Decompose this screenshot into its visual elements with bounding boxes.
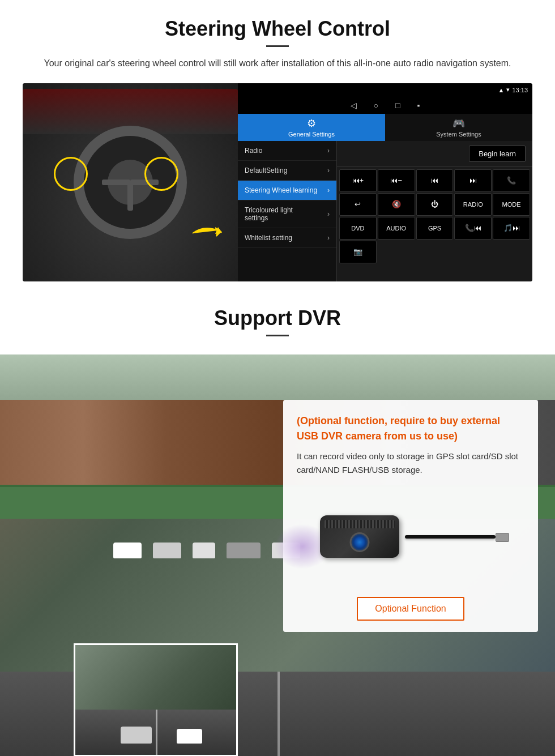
menu-tricoloured-label: Tricoloured lightsettings xyxy=(245,206,293,222)
signal-icon: ▲ xyxy=(498,87,505,93)
ctrl-btn-camera[interactable]: 📷 xyxy=(339,241,377,263)
title-divider xyxy=(266,45,289,47)
menu-item-radio[interactable]: Radio › xyxy=(238,141,336,161)
dvr-device-wrapper xyxy=(297,515,524,558)
dvr-background-image: (Optional function, require to buy exter… xyxy=(0,354,555,756)
wifi-icon: ▾ xyxy=(506,86,510,93)
ctrl-btn-vol-up[interactable]: ⏮+ xyxy=(339,169,377,192)
android-tabs: ⚙ General Settings 🎮 System Settings xyxy=(238,114,532,141)
car-1 xyxy=(113,543,142,558)
menu-whitelist-label: Whitelist setting xyxy=(245,234,292,242)
menu-radio-arrow: › xyxy=(327,147,330,155)
road-line-center xyxy=(278,672,280,756)
tab-general-label: General Settings xyxy=(288,131,335,138)
steering-right-panel: Begin learn ⏮+ ⏮− ⏮ ⏭ 📞 ↩ 🔇 ⏻ R xyxy=(337,141,532,281)
menu-item-defaultsetting[interactable]: DefaultSetting › xyxy=(238,161,336,181)
page-title: Steering Wheel Control xyxy=(23,17,532,41)
statusbar-time: 13:13 xyxy=(512,87,528,93)
dvr-camera-grill xyxy=(325,520,395,528)
ctrl-btn-mute[interactable]: 🔇 xyxy=(378,193,415,216)
menu-tricoloured-arrow: › xyxy=(327,210,330,218)
section-description: Your original car's steering wheel contr… xyxy=(23,56,532,71)
dvr-camera-lens xyxy=(350,532,370,552)
dvr-info-card: (Optional function, require to buy exter… xyxy=(283,400,538,632)
menu-radio-label: Radio xyxy=(245,147,262,155)
nav-home-icon[interactable]: ○ xyxy=(374,101,378,110)
highlight-left xyxy=(54,157,88,191)
steering-wheel-section: Steering Wheel Control Your original car… xyxy=(0,0,555,281)
statusbar-icons: ▲ ▾ 13:13 xyxy=(498,86,528,93)
car-3 xyxy=(193,543,215,558)
general-settings-icon: ⚙ xyxy=(307,117,316,130)
android-statusbar: ▲ ▾ 13:13 xyxy=(238,83,532,97)
ctrl-btn-mode[interactable]: MODE xyxy=(493,193,530,216)
dvr-section: Support DVR xyxy=(0,293,555,756)
dvr-sky xyxy=(0,354,555,403)
android-panel: ▲ ▾ 13:13 ◁ ○ □ ▪ ⚙ General Settings 🎮 xyxy=(238,83,532,281)
menu-steering-label: Steering Wheel learning xyxy=(245,186,317,194)
nav-menu-icon[interactable]: ▪ xyxy=(417,101,420,110)
ctrl-btn-prev[interactable]: ⏮ xyxy=(416,169,454,192)
menu-steering-arrow: › xyxy=(327,186,330,194)
menu-whitelist-arrow: › xyxy=(327,234,330,242)
tab-general-settings[interactable]: ⚙ General Settings xyxy=(238,114,385,141)
nav-recents-icon[interactable]: □ xyxy=(395,101,400,110)
tab-system-label: System Settings xyxy=(436,131,481,138)
android-navbar: ◁ ○ □ ▪ xyxy=(238,97,532,114)
swc-composite: ▲ ▾ 13:13 ◁ ○ □ ▪ ⚙ General Settings 🎮 xyxy=(23,83,532,281)
dvr-title: Support DVR xyxy=(23,306,532,330)
ctrl-btn-phone-prev[interactable]: 📞⏮ xyxy=(454,217,492,240)
ctrl-btn-phone[interactable]: 📞 xyxy=(493,169,530,192)
menu-default-label: DefaultSetting xyxy=(245,166,287,174)
ctrl-btn-dvd[interactable]: DVD xyxy=(339,217,377,240)
steering-wheel-photo xyxy=(23,83,238,281)
dvr-info-text: It can record video only to storage in G… xyxy=(297,450,524,477)
highlight-right xyxy=(144,157,178,191)
begin-learn-row: Begin learn xyxy=(337,141,532,167)
begin-learn-button[interactable]: Begin learn xyxy=(469,146,526,162)
spoke-left xyxy=(102,180,130,185)
dvr-camera-body xyxy=(320,515,399,558)
dvr-title-divider xyxy=(266,335,289,336)
menu-default-arrow: › xyxy=(327,166,330,174)
ctrl-btn-power[interactable]: ⏻ xyxy=(416,193,454,216)
dvr-title-area: Support DVR xyxy=(0,293,555,354)
system-settings-icon: 🎮 xyxy=(452,117,465,130)
ctrl-btn-gps[interactable]: GPS xyxy=(416,217,454,240)
nav-back-icon[interactable]: ◁ xyxy=(351,101,357,110)
control-button-grid: ⏮+ ⏮− ⏮ ⏭ 📞 ↩ 🔇 ⏻ RADIO MODE DVD AUDIO xyxy=(337,167,532,266)
car-4 xyxy=(227,543,261,558)
dvr-device-illustration xyxy=(297,486,524,588)
dvr-optional-title: (Optional function, require to buy exter… xyxy=(297,413,524,444)
menu-item-whitelist[interactable]: Whitelist setting › xyxy=(238,228,336,248)
dvr-thumbnail-preview xyxy=(74,643,238,756)
menu-item-tricoloured[interactable]: Tricoloured lightsettings › xyxy=(238,200,336,228)
spoke-bottom xyxy=(127,182,133,211)
car-2 xyxy=(153,543,181,558)
ctrl-btn-next[interactable]: ⏭ xyxy=(454,169,492,192)
menu-panel: Radio › DefaultSetting › Steering Wheel … xyxy=(238,141,337,281)
menu-item-steering-wheel[interactable]: Steering Wheel learning › xyxy=(238,181,336,200)
arrow-icon xyxy=(187,219,227,247)
dvr-usb-cable xyxy=(405,535,496,539)
ctrl-btn-back[interactable]: ↩ xyxy=(339,193,377,216)
ctrl-btn-vol-down[interactable]: ⏮− xyxy=(378,169,415,192)
ctrl-btn-radio[interactable]: RADIO xyxy=(454,193,492,216)
ctrl-btn-music-next[interactable]: 🎵⏭ xyxy=(493,217,530,240)
tab-system-settings[interactable]: 🎮 System Settings xyxy=(385,114,532,141)
android-content: Radio › DefaultSetting › Steering Wheel … xyxy=(238,141,532,281)
ctrl-btn-audio[interactable]: AUDIO xyxy=(378,217,415,240)
optional-function-button[interactable]: Optional Function xyxy=(357,597,464,621)
